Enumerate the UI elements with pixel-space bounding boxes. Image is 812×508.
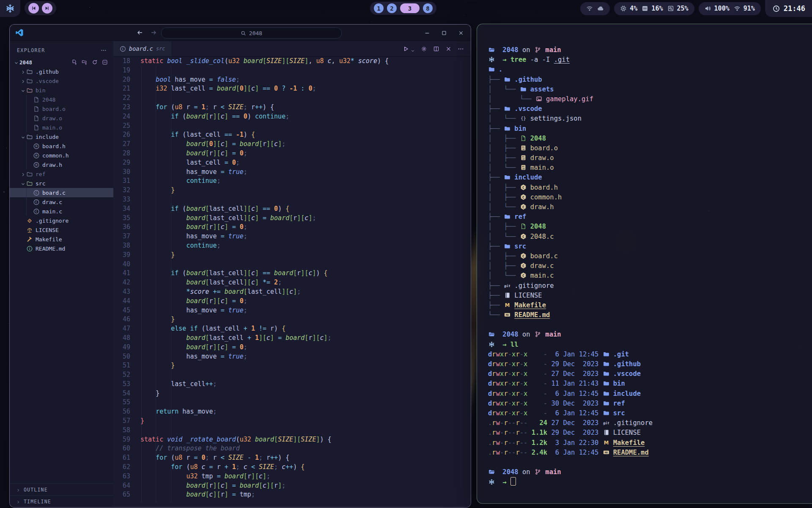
- explorer-item-2048[interactable]: 2048: [10, 58, 113, 67]
- line-number: 43: [113, 287, 130, 297]
- svg-text:C: C: [522, 274, 524, 278]
- tab-board.c[interactable]: C board.c src: [113, 41, 172, 56]
- explorer-item-.vscode[interactable]: .vscode: [10, 76, 113, 86]
- line-number: 28: [113, 149, 130, 158]
- explorer-item-Makefile[interactable]: Makefile: [10, 235, 113, 244]
- workspace-2[interactable]: 2: [387, 3, 397, 13]
- line-number: 41: [113, 269, 130, 278]
- vscode-titlebar[interactable]: 2048: [10, 25, 471, 41]
- indent-guide: [26, 95, 27, 104]
- image-icon: [535, 95, 543, 102]
- tab-directory: src: [156, 46, 165, 52]
- close-x-action-icon[interactable]: [445, 46, 452, 52]
- play-action-icon[interactable]: [403, 46, 409, 52]
- nixos-menu-button[interactable]: [0, 0, 20, 17]
- line-number: 49: [113, 343, 130, 352]
- explorer-item-LICENSE[interactable]: LICENSE: [10, 225, 113, 235]
- tree-row: │ ├── Cdraw.c: [488, 261, 812, 271]
- code-line: 46 }: [113, 315, 471, 324]
- minimize-button[interactable]: [424, 30, 430, 36]
- explorer-item-draw.h[interactable]: Hdraw.h: [10, 160, 113, 169]
- vscode-window: 2048 EXPLORER 2048.github.vscodebin2048b…: [9, 24, 471, 508]
- explorer-item-common.h[interactable]: Hcommon.h: [10, 151, 113, 160]
- m-letter-icon: M: [603, 439, 610, 445]
- explorer-item-.github[interactable]: .github: [10, 67, 113, 76]
- new-file-button[interactable]: [71, 59, 77, 65]
- code-editor[interactable]: 18static bool _slide_col(u32 board[SIZE]…: [113, 57, 471, 507]
- workspace-3[interactable]: 3: [400, 3, 420, 13]
- line-number: 44: [113, 297, 130, 306]
- svg-text:M: M: [505, 302, 510, 308]
- line-number: 46: [113, 315, 130, 324]
- ll-row: .rw-r--r-- 1.1k 29 Dec 2023 LICENSE: [488, 428, 812, 438]
- tree-row: │ ├── 0110board.o: [488, 144, 812, 153]
- explorer-item-board.o[interactable]: board.o: [10, 104, 113, 113]
- audio-wifi-stats: 100%91%: [699, 2, 761, 15]
- explorer-item-main.o[interactable]: main.o: [10, 123, 113, 132]
- file-icon: [33, 97, 40, 103]
- explorer-item-board.c[interactable]: Cboard.c: [10, 188, 113, 197]
- terminal-window[interactable]: 2048 on main → tree -a -I .git.├── .gith…: [477, 24, 812, 504]
- svg-text:H: H: [36, 144, 38, 148]
- workspace-1[interactable]: 1: [374, 3, 384, 13]
- split-action-icon[interactable]: [433, 46, 439, 52]
- terminal-prompt: 2048 on main: [488, 45, 812, 55]
- spacer: [27, 97, 33, 102]
- explorer-item-ref[interactable]: ref: [10, 169, 113, 179]
- explorer-item-board.h[interactable]: Hboard.h: [10, 141, 113, 151]
- code-line: 52: [113, 370, 471, 380]
- ll-row: .rw-r--r-- 24 27 Dec 2023 git.gitignore: [488, 418, 812, 428]
- folder-open-icon: [488, 331, 495, 337]
- explorer-item-draw.o[interactable]: draw.o: [10, 113, 113, 123]
- git-word-icon: git: [603, 419, 610, 425]
- maximize-button[interactable]: [441, 30, 447, 36]
- indent-guide: [156, 67, 156, 503]
- c-circle-icon: C: [33, 199, 40, 205]
- indent-guide: [26, 113, 27, 123]
- media-next-button[interactable]: [42, 3, 52, 14]
- refresh-button[interactable]: [92, 59, 98, 65]
- explorer-item-bin[interactable]: bin: [10, 86, 113, 95]
- explorer-item-main.c[interactable]: Cmain.c: [10, 207, 113, 216]
- folder-o-icon: [26, 78, 33, 84]
- speaker-icon: [705, 5, 711, 12]
- gear-action-icon[interactable]: [421, 46, 427, 52]
- code-line: 58: [113, 426, 471, 435]
- braces-icon: {}: [520, 115, 527, 121]
- network-indicators: [580, 2, 610, 15]
- line-number: 64: [113, 481, 130, 491]
- explorer-menu-icon[interactable]: [101, 47, 107, 53]
- close-button[interactable]: [458, 30, 464, 36]
- collapse-button[interactable]: [102, 59, 108, 65]
- back-button[interactable]: [137, 29, 143, 36]
- h-circle-icon: H: [33, 152, 40, 159]
- command-center-search[interactable]: 2048: [161, 28, 342, 39]
- explorer-item-src[interactable]: src: [10, 179, 113, 188]
- spacer: [27, 209, 33, 214]
- editor-pane: C board.c src 18static bool _slide_col(u…: [113, 41, 471, 507]
- explorer-item-include[interactable]: include: [10, 132, 113, 141]
- terminal-command: → ll: [488, 340, 812, 350]
- explorer-item-2048[interactable]: 2048: [10, 95, 113, 104]
- workspace-8[interactable]: 8: [423, 3, 433, 13]
- code-line: 53 last_cell++;: [113, 380, 471, 389]
- new-folder-button[interactable]: [82, 59, 88, 65]
- line-number: 63: [113, 472, 130, 481]
- media-prev-button[interactable]: [28, 3, 39, 14]
- panel-timeline[interactable]: TIMELINE: [10, 495, 113, 507]
- item-label: 2048: [19, 59, 32, 66]
- forward-button[interactable]: [150, 29, 157, 36]
- explorer-item-README.md[interactable]: README.md: [10, 244, 113, 253]
- item-label: draw.c: [42, 199, 62, 205]
- code-line: 42 board[last_cell][c] *= 2;: [113, 278, 471, 287]
- dots-action-icon[interactable]: [458, 46, 464, 52]
- explorer-item-draw.c[interactable]: Cdraw.c: [10, 197, 113, 207]
- window-controls: [424, 25, 464, 41]
- tab-strip: C board.c src: [113, 41, 471, 57]
- code-line: 27 board[0][c] = board[r][c];: [113, 140, 471, 149]
- folder-open-icon: [488, 46, 495, 52]
- c-hex-icon: C: [520, 272, 527, 278]
- chev-down-action-icon[interactable]: [411, 47, 415, 51]
- explorer-item-.gitignore[interactable]: .gitignore: [10, 216, 113, 225]
- panel-outline[interactable]: OUTLINE: [10, 483, 113, 495]
